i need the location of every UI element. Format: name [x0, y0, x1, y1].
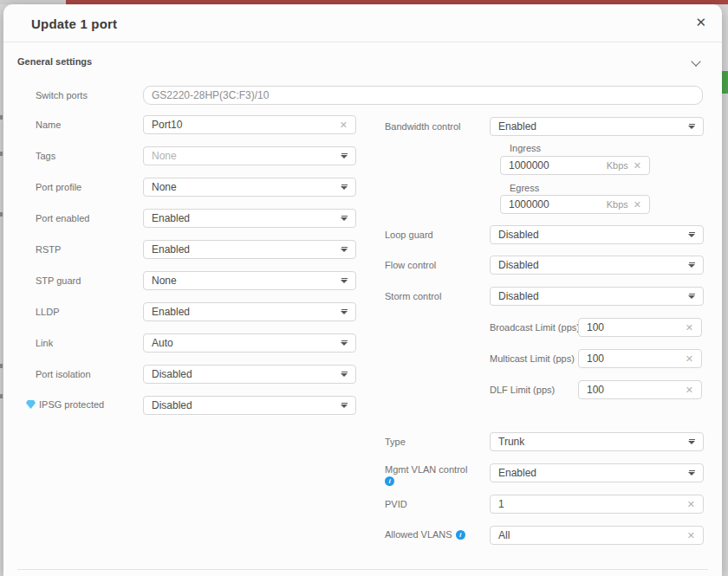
multicast-limit-input[interactable]: 100 ✕: [578, 349, 702, 368]
egress-input[interactable]: 1000000 Kbps ✕: [500, 195, 650, 214]
form-row-switch-ports: Switch ports GS2220-28HP(3C:F3)/10: [3, 86, 722, 105]
multicast-limit-value: 100: [587, 353, 680, 365]
link-label: Link: [36, 338, 53, 348]
close-icon[interactable]: ✕: [695, 15, 706, 30]
chevron-down-icon[interactable]: [691, 56, 700, 66]
dropdown-arrow-icon: [341, 372, 348, 377]
update-port-dialog: Update 1 port ✕ General settings Switch …: [3, 4, 722, 576]
port-isolation-value: Disabled: [152, 368, 335, 380]
pvid-label: PVID: [385, 499, 407, 509]
dropdown-arrow-icon: [688, 124, 695, 129]
link-value: Auto: [152, 337, 335, 349]
multicast-limit-label: Multicast Limit (pps): [490, 353, 575, 364]
header-divider: [3, 42, 722, 42]
egress-unit: Kbps: [607, 199, 628, 210]
footer-divider: [17, 569, 708, 570]
bandwidth-control-label: Bandwidth control: [385, 121, 460, 132]
rstp-label: RSTP: [36, 244, 61, 255]
dropdown-arrow-icon: [688, 439, 695, 444]
storm-control-value: Disabled: [498, 290, 683, 302]
port-profile-label: Port profile: [36, 182, 81, 192]
loop-guard-value: Disabled: [498, 229, 683, 241]
flow-control-label: Flow control: [385, 260, 436, 270]
egress-label: Egress: [510, 183, 539, 193]
ingress-label: Ingress: [510, 143, 541, 153]
form-row-flow-control: Flow control Disabled: [3, 256, 722, 275]
clear-icon[interactable]: ✕: [687, 500, 695, 509]
form-row-bandwidth-control: Bandwidth control Enabled: [3, 117, 722, 136]
clear-icon[interactable]: ✕: [634, 200, 641, 210]
section-general-settings: General settings: [17, 56, 92, 67]
background-mark: [0, 364, 3, 368]
switch-ports-label: Switch ports: [36, 90, 88, 100]
form-row-mgmt-vlan: Mgmt VLAN control i Enabled: [3, 463, 722, 486]
type-label: Type: [385, 437, 406, 447]
form-row-dlf-limit: DLF Limit (pps) 100 ✕: [3, 380, 722, 399]
ingress-value: 1000000: [509, 159, 601, 172]
form-row-storm-control: Storm control Disabled: [3, 287, 722, 306]
form-row-pvid: PVID 1 ✕: [3, 495, 722, 514]
clear-icon[interactable]: ✕: [686, 385, 693, 395]
switch-ports-value: GS2220-28HP(3C:F3)/10: [152, 89, 694, 101]
mgmt-vlan-value: Enabled: [498, 467, 683, 479]
clear-icon[interactable]: ✕: [686, 323, 693, 333]
lldp-value: Enabled: [152, 306, 335, 318]
ipsg-label: IPSG protected: [26, 399, 104, 410]
info-icon[interactable]: i: [456, 530, 465, 540]
stp-guard-label: STP guard: [36, 275, 81, 286]
form-row-port-profile: Port profile None: [3, 178, 722, 197]
dropdown-arrow-icon: [341, 403, 348, 408]
flow-control-value: Disabled: [498, 259, 683, 271]
storm-control-label: Storm control: [385, 291, 441, 301]
allowed-vlans-label: Allowed VLANS i: [385, 529, 465, 540]
pvid-value: 1: [498, 498, 682, 510]
broadcast-limit-label: Broadcast Limit (pps): [490, 322, 580, 333]
mgmt-vlan-label-text: Mgmt VLAN control: [385, 464, 467, 475]
port-enabled-label: Port enabled: [36, 213, 89, 223]
ingress-input[interactable]: 1000000 Kbps ✕: [500, 156, 650, 175]
type-value: Trunk: [498, 436, 683, 448]
dropdown-arrow-icon: [688, 470, 695, 476]
clear-icon[interactable]: ✕: [687, 531, 695, 540]
gem-icon: [26, 400, 36, 409]
dropdown-arrow-icon: [341, 247, 348, 252]
background-mark: [0, 152, 3, 156]
port-isolation-label: Port isolation: [36, 369, 91, 379]
clear-icon[interactable]: ✕: [634, 161, 641, 171]
background-mark: [0, 394, 3, 398]
clear-icon[interactable]: ✕: [686, 354, 693, 364]
type-select[interactable]: Trunk: [490, 432, 704, 451]
form-row-type: Type Trunk: [3, 432, 722, 451]
broadcast-limit-input[interactable]: 100 ✕: [578, 318, 702, 337]
form-row-egress: 1000000 Kbps ✕: [3, 195, 722, 214]
info-icon[interactable]: i: [385, 476, 394, 486]
lldp-label: LLDP: [36, 307, 60, 317]
form-row-broadcast-limit: Broadcast Limit (pps) 100 ✕: [3, 318, 722, 337]
broadcast-limit-value: 100: [587, 321, 680, 333]
allowed-vlans-label-text: Allowed VLANS: [385, 529, 452, 540]
form-row-ingress: 1000000 Kbps ✕: [3, 156, 722, 175]
form-row-multicast-limit: Multicast Limit (pps) 100 ✕: [3, 349, 722, 368]
dialog-title: Update 1 port: [31, 16, 117, 31]
rstp-value: Enabled: [152, 243, 335, 256]
switch-ports-input[interactable]: GS2220-28HP(3C:F3)/10: [143, 86, 703, 105]
port-profile-select[interactable]: None: [143, 178, 356, 197]
dropdown-arrow-icon: [341, 309, 348, 314]
ipsg-value: Disabled: [152, 399, 335, 411]
flow-control-select[interactable]: Disabled: [490, 256, 704, 275]
bandwidth-control-select[interactable]: Enabled: [490, 117, 704, 136]
mgmt-vlan-select[interactable]: Enabled: [490, 463, 704, 482]
port-profile-value: None: [152, 181, 335, 193]
page: Update 1 port ✕ General settings Switch …: [0, 0, 728, 576]
loop-guard-select[interactable]: Disabled: [490, 225, 704, 244]
dropdown-arrow-icon: [688, 262, 695, 268]
pvid-input[interactable]: 1 ✕: [490, 495, 704, 514]
allowed-vlans-input[interactable]: All ✕: [490, 526, 704, 545]
egress-value: 1000000: [509, 198, 601, 210]
background-mark: [0, 212, 3, 217]
dropdown-arrow-icon: [341, 216, 348, 221]
stp-guard-value: None: [152, 275, 335, 287]
dlf-limit-input[interactable]: 100 ✕: [578, 380, 702, 399]
storm-control-select[interactable]: Disabled: [490, 287, 704, 306]
dropdown-arrow-icon: [688, 232, 695, 237]
